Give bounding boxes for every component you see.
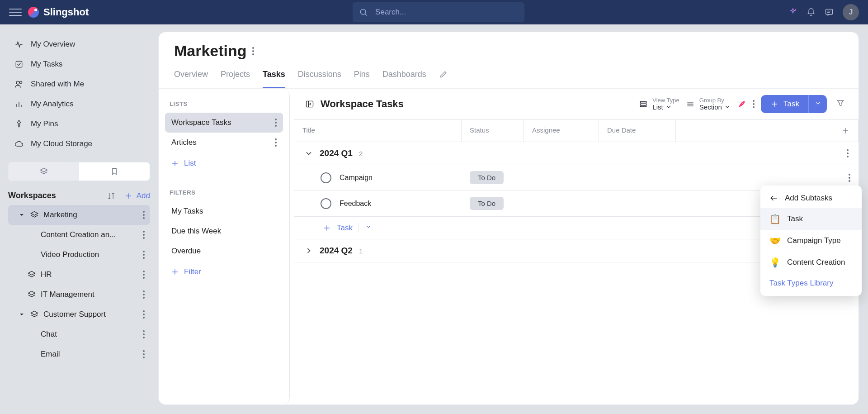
top-actions: J (788, 4, 859, 20)
col-title[interactable]: Title (294, 120, 462, 142)
ws-chat[interactable]: Chat (25, 324, 150, 344)
filter-icon[interactable] (833, 96, 848, 112)
more-icon[interactable] (143, 271, 145, 279)
popover-back[interactable]: Add Subtasks (760, 188, 862, 208)
popover-item-task[interactable]: 📋 Task (760, 208, 862, 230)
list-workspace-tasks[interactable]: Workspace Tasks (165, 113, 283, 133)
group-by-button[interactable]: Group BySection (686, 97, 731, 111)
popover-item-content[interactable]: 💡 Content Creation (760, 252, 862, 273)
svg-rect-20 (641, 101, 646, 103)
tab-overview[interactable]: Overview (174, 64, 208, 88)
add-column[interactable] (676, 120, 859, 142)
sparkle-icon[interactable] (788, 8, 797, 17)
layers-icon (39, 167, 48, 176)
tab-edit[interactable] (439, 64, 448, 88)
add-task-dropdown[interactable] (358, 223, 372, 233)
workspaces-header: Workspaces Add (0, 186, 158, 205)
bell-icon[interactable] (807, 8, 816, 17)
page-more-icon[interactable] (252, 47, 254, 55)
more-icon[interactable] (143, 251, 145, 259)
handshake-icon: 🤝 (769, 235, 781, 246)
popover-library-link[interactable]: Task Types Library (760, 273, 862, 293)
svg-point-8 (20, 81, 22, 83)
filters-label: FILTERS (165, 187, 283, 201)
view-segment (8, 162, 150, 181)
search-input[interactable] (374, 7, 518, 17)
menu-button[interactable] (9, 6, 22, 19)
ws-customer-support[interactable]: Customer Support (8, 305, 150, 324)
sort-icon[interactable] (107, 191, 116, 200)
task-more-icon[interactable] (849, 174, 850, 182)
list-articles[interactable]: Articles (165, 133, 283, 152)
popover-item-campaign[interactable]: 🤝 Campaign Type (760, 230, 862, 252)
more-icon[interactable] (143, 231, 145, 239)
filter-my-tasks[interactable]: My Tasks (165, 201, 283, 221)
caret-down-icon (18, 311, 25, 318)
more-icon[interactable] (143, 310, 145, 319)
add-workspace-button[interactable]: Add (124, 191, 150, 200)
ws-more-icon[interactable] (143, 211, 145, 219)
view-type-button[interactable]: View TypeList (639, 97, 679, 111)
tab-projects[interactable]: Projects (221, 64, 250, 88)
add-list-button[interactable]: List (165, 152, 283, 174)
task-complete-toggle[interactable] (321, 172, 331, 183)
layers-icon (30, 210, 39, 219)
brand[interactable]: Slingshot (28, 6, 89, 18)
nav-shared[interactable]: Shared with Me (0, 74, 158, 94)
add-subtasks-popover: Add Subtasks 📋 Task 🤝 Campaign Type 💡 Co… (760, 186, 862, 296)
task-complete-toggle[interactable] (321, 198, 331, 209)
search-box[interactable] (353, 2, 524, 22)
chevron-down-icon (814, 100, 821, 107)
caret-down-icon (18, 211, 25, 219)
svg-point-2 (795, 9, 797, 10)
more-icon[interactable] (275, 119, 277, 127)
more-icon[interactable] (143, 290, 145, 299)
nav-pins[interactable]: My Pins (0, 114, 158, 134)
new-task-dropdown[interactable] (808, 95, 827, 113)
tab-dashboards[interactable]: Dashboards (382, 64, 426, 88)
ws-email[interactable]: Email (25, 344, 150, 364)
nav-my-overview[interactable]: My Overview (0, 34, 158, 54)
toolbar-more-icon[interactable] (753, 100, 755, 108)
svg-rect-3 (826, 9, 833, 14)
brand-name: Slingshot (43, 6, 89, 18)
search-icon (359, 8, 368, 17)
tab-tasks[interactable]: Tasks (263, 64, 285, 88)
tab-pins[interactable]: Pins (354, 64, 370, 88)
col-assignee[interactable]: Assignee (524, 120, 599, 142)
seg-layers[interactable] (9, 162, 79, 181)
filter-overdue[interactable]: Overdue (165, 241, 283, 261)
avatar[interactable]: J (843, 4, 859, 20)
rocket-icon[interactable] (737, 100, 746, 109)
seg-bookmark[interactable] (79, 162, 150, 181)
col-due[interactable]: Due Date (599, 120, 676, 142)
tab-discussions[interactable]: Discussions (298, 64, 341, 88)
check-square-icon (14, 60, 24, 69)
col-status[interactable]: Status (462, 120, 524, 142)
nav-my-tasks[interactable]: My Tasks (0, 54, 158, 74)
collapse-sidebar-icon[interactable] (305, 100, 314, 109)
chevron-down-icon (665, 103, 672, 110)
ws-hr[interactable]: HR (8, 265, 150, 285)
chat-icon[interactable] (825, 8, 834, 17)
filter-due-week[interactable]: Due this Week (165, 221, 283, 241)
more-icon[interactable] (143, 330, 145, 338)
svg-point-7 (16, 81, 19, 84)
svg-rect-22 (641, 106, 646, 107)
more-icon[interactable] (275, 138, 277, 147)
layers-icon (30, 310, 39, 319)
more-icon[interactable] (143, 350, 145, 358)
status-badge[interactable]: To Do (470, 171, 504, 184)
ws-marketing[interactable]: Marketing (8, 205, 150, 225)
nav-cloud[interactable]: My Cloud Storage (0, 134, 158, 154)
status-badge[interactable]: To Do (470, 197, 504, 210)
new-task-button[interactable]: Task (761, 95, 808, 113)
nav-analytics[interactable]: My Analytics (0, 94, 158, 114)
ws-content-creation[interactable]: Content Creation an... (25, 225, 150, 245)
ws-it[interactable]: IT Management (8, 285, 150, 305)
add-filter-button[interactable]: Filter (165, 261, 283, 283)
ws-video-production[interactable]: Video Production (25, 245, 150, 265)
section-more-icon[interactable] (847, 149, 849, 157)
left-sidebar: My Overview My Tasks Shared with Me My A… (0, 24, 158, 414)
section-header-q1[interactable]: 2024 Q1 2 (294, 142, 859, 165)
